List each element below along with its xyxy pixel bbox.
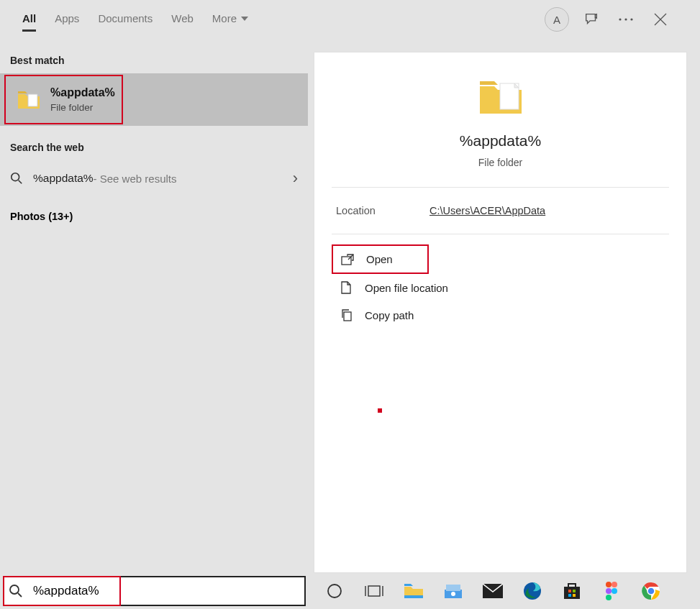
svg-point-32 [606, 595, 612, 600]
taskbar [0, 573, 700, 609]
search-icon [10, 172, 26, 185]
svg-rect-25 [573, 590, 576, 592]
search-input[interactable] [29, 584, 304, 598]
detail-title: %appdata% [460, 132, 541, 150]
search-tabs: All Apps Documents Web More A [0, 0, 697, 39]
svg-rect-24 [568, 590, 571, 592]
feedback-icon[interactable] [581, 9, 602, 30]
svg-point-11 [10, 585, 19, 594]
taskbar-search[interactable] [3, 576, 306, 606]
location-path[interactable]: C:\Users\ACER\AppData [429, 205, 545, 216]
user-avatar[interactable]: A [545, 7, 569, 32]
photos-section[interactable]: Photos (13+) [0, 196, 308, 237]
svg-point-0 [619, 18, 621, 20]
svg-rect-23 [564, 587, 580, 599]
svg-point-2 [630, 18, 632, 20]
store-icon[interactable] [552, 573, 591, 609]
location-label: Location [336, 205, 429, 216]
copy-path-action[interactable]: Copy path [332, 301, 669, 329]
svg-rect-17 [404, 595, 423, 598]
open-action[interactable]: Open [332, 244, 429, 274]
copy-path-label: Copy path [365, 309, 414, 321]
folder-icon [478, 78, 523, 116]
svg-point-1 [624, 18, 627, 20]
open-location-action[interactable]: Open file location [332, 274, 669, 301]
best-match-header: Best match [0, 39, 308, 73]
svg-point-13 [328, 585, 341, 597]
mail-icon[interactable] [473, 573, 512, 609]
web-result-sub: - See web results [94, 173, 177, 185]
best-match-subtitle: File folder [50, 102, 115, 113]
open-location-label: Open file location [365, 282, 448, 294]
tab-web[interactable]: Web [162, 2, 203, 37]
svg-point-30 [606, 588, 612, 594]
chrome-icon[interactable] [631, 573, 671, 609]
chevron-right-icon: › [293, 169, 298, 188]
svg-rect-19 [446, 585, 460, 591]
tab-apps[interactable]: Apps [45, 2, 88, 37]
tab-documents[interactable]: Documents [88, 2, 162, 37]
file-location-icon [337, 281, 355, 294]
figma-icon[interactable] [591, 573, 631, 609]
open-label: Open [366, 253, 393, 265]
more-options-icon[interactable] [615, 9, 637, 30]
detail-subtitle: File folder [478, 157, 522, 168]
folder-icon [17, 90, 40, 110]
svg-rect-10 [344, 312, 351, 321]
svg-rect-26 [568, 594, 571, 597]
edge-icon[interactable] [512, 573, 552, 609]
search-web-header: Search the web [0, 126, 308, 160]
svg-point-31 [612, 588, 617, 594]
svg-point-29 [612, 582, 617, 587]
svg-point-28 [606, 582, 612, 587]
svg-point-6 [12, 173, 19, 181]
annotation-dot [378, 408, 382, 413]
svg-rect-27 [573, 594, 576, 597]
open-icon [339, 254, 356, 265]
task-view-icon[interactable] [354, 573, 394, 609]
svg-point-20 [451, 592, 455, 596]
cortana-icon[interactable] [314, 573, 354, 609]
svg-line-7 [19, 180, 22, 184]
file-explorer-icon[interactable] [394, 573, 433, 609]
close-icon[interactable] [650, 9, 671, 30]
svg-line-12 [18, 593, 22, 597]
settings-app-icon[interactable] [433, 573, 473, 609]
best-match-result[interactable]: %appdata% File folder [4, 75, 123, 124]
svg-rect-5 [28, 94, 37, 106]
search-icon [9, 584, 29, 598]
best-match-title: %appdata% [50, 86, 115, 99]
tab-all[interactable]: All [13, 2, 45, 37]
search-web-result[interactable]: %appdata% - See web results › [0, 160, 308, 196]
tab-more[interactable]: More [203, 2, 258, 37]
copy-icon [337, 308, 355, 321]
svg-rect-14 [368, 586, 380, 596]
web-result-term: %appdata% [33, 172, 94, 185]
